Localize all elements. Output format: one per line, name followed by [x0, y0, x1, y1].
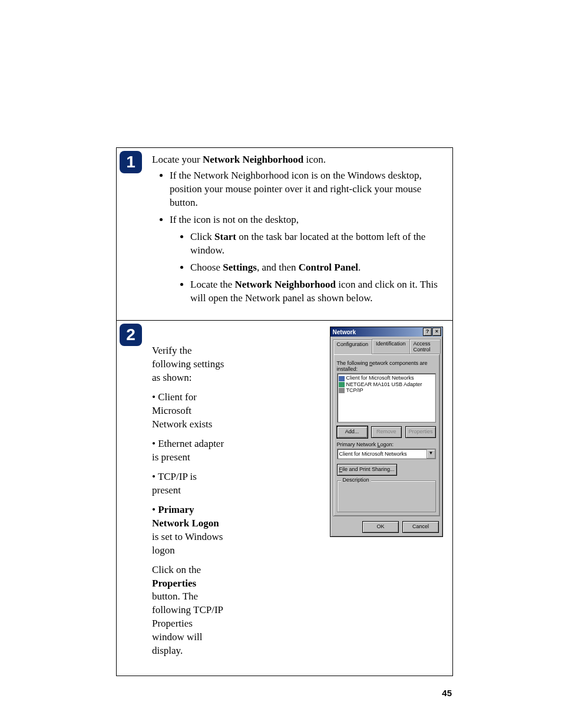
step-badge-1: 1: [120, 151, 142, 173]
logon-label: Primary Network Logon:: [337, 442, 436, 447]
tab-panel: The following network components are ins…: [333, 354, 440, 516]
step2-text: Verify the following settings as shown: …: [152, 327, 226, 664]
combo-value: Client for Microsoft Networks: [339, 451, 407, 457]
text: TCP/IP: [346, 387, 363, 393]
network-dialog: Network ? × Configuration Identification…: [330, 327, 443, 537]
text: .: [358, 262, 361, 273]
list-item: Locate the Network Neighborhood icon and…: [190, 278, 443, 305]
page-number: 45: [116, 688, 452, 698]
list-item: If the icon is not on the desktop, Click…: [170, 213, 443, 305]
step1-intro: Locate your Network Neighborhood icon.: [152, 154, 443, 166]
list-item: Choose Settings, and then Control Panel.: [190, 261, 443, 275]
bold-text: Properties: [152, 578, 196, 589]
list-item[interactable]: Client for Microsoft Networks: [339, 375, 434, 381]
doc-table: 1 Locate your Network Neighborhood icon.…: [116, 147, 453, 676]
text: Click on the: [152, 564, 201, 575]
text: Verify the following settings as shown:: [152, 344, 226, 385]
description-legend: Description: [341, 477, 371, 483]
text: If the icon is not on the desktop,: [170, 214, 299, 225]
bullet-list: If the Network Neighborhood icon is on t…: [152, 169, 443, 305]
logon-combobox[interactable]: Client for Microsoft Networks ▼: [337, 449, 436, 459]
bold-text: Control Panel: [299, 262, 358, 273]
text: • Ethernet adapter is present: [152, 437, 226, 465]
list-item: Click Start on the task bar located at t…: [190, 230, 443, 258]
ok-button[interactable]: OK: [362, 521, 399, 533]
list-item[interactable]: TCP/IP: [339, 387, 434, 393]
description-groupbox: Description: [337, 480, 436, 512]
dialog-title: Network: [333, 329, 356, 335]
tab-access-control[interactable]: Access Control: [409, 339, 441, 354]
bold-text: Network Neighborhood: [203, 154, 303, 165]
text: Click: [190, 231, 214, 242]
components-label: The following network components are ins…: [337, 360, 436, 372]
text: is set to Windows logon: [152, 531, 223, 556]
text: NETGEAR MA101 USB Adapter: [346, 381, 422, 387]
list-item: If the Network Neighborhood icon is on t…: [170, 169, 443, 210]
bold-text: Network Neighborhood: [235, 279, 336, 290]
text: •: [152, 504, 158, 515]
text: • Client for Microsoft Network exists: [152, 391, 226, 431]
chevron-down-icon[interactable]: ▼: [427, 449, 435, 459]
text: Locate the: [190, 279, 235, 290]
tab-configuration[interactable]: Configuration: [333, 340, 373, 354]
text: • TCP/IP is present: [152, 470, 226, 498]
components-listbox[interactable]: Client for Microsoft Networks NETGEAR MA…: [337, 373, 436, 423]
bold-text: Primary Network Logon: [152, 504, 219, 529]
cancel-button[interactable]: Cancel: [402, 521, 439, 533]
dialog-titlebar[interactable]: Network ? ×: [330, 327, 442, 337]
tab-strip: Configuration Identification Access Cont…: [330, 337, 442, 354]
bold-text: Settings: [223, 262, 257, 273]
text: , and then: [257, 262, 299, 273]
text: • Primary Network Logon is set to Window…: [152, 503, 226, 558]
bold-text: Start: [214, 231, 236, 242]
text: Locate your: [152, 154, 203, 165]
list-item[interactable]: NETGEAR MA101 USB Adapter: [339, 381, 434, 387]
client-icon: [339, 376, 345, 381]
text: Choose: [190, 262, 223, 273]
nested-list: Click Start on the task bar located at t…: [170, 230, 443, 305]
step-2-row: 2 Verify the following settings as shown…: [117, 320, 452, 676]
help-button[interactable]: ?: [423, 328, 432, 336]
file-print-sharing-button[interactable]: File and Print Sharing...: [337, 464, 397, 476]
step-badge-2: 2: [120, 324, 142, 346]
step-1-row: 1 Locate your Network Neighborhood icon.…: [117, 148, 452, 320]
properties-button[interactable]: Properties: [405, 426, 436, 438]
adapter-icon: [339, 382, 345, 387]
remove-button[interactable]: Remove: [371, 426, 402, 438]
close-button[interactable]: ×: [432, 328, 441, 336]
text: Client for Microsoft Networks: [346, 375, 414, 381]
text: Click on the Properties button. The foll…: [152, 564, 226, 658]
text: button. The following TCP/IP Properties …: [152, 591, 223, 656]
text: icon.: [303, 154, 326, 165]
protocol-icon: [339, 388, 345, 393]
add-button[interactable]: Add...: [337, 426, 368, 438]
tab-identification[interactable]: Identification: [372, 339, 410, 354]
